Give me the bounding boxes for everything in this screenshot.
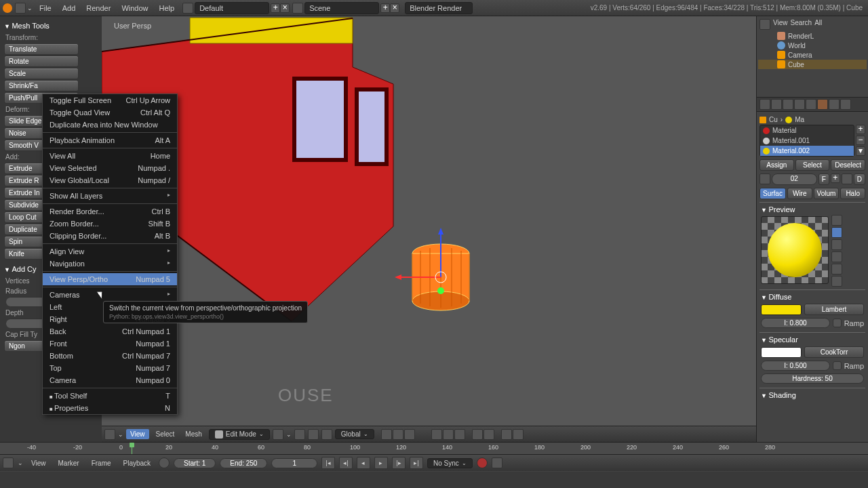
surface-tab[interactable]: Surfac bbox=[760, 188, 786, 199]
sync-dropdown[interactable]: No Sync⌄ bbox=[427, 458, 473, 468]
texture-tab-icon[interactable] bbox=[829, 99, 840, 110]
outliner-view[interactable]: View bbox=[773, 19, 788, 30]
assign-button[interactable]: Assign bbox=[760, 159, 794, 171]
keyframe-next-button[interactable]: |▸ bbox=[392, 457, 406, 469]
menu-properties[interactable]: PropertiesN bbox=[43, 402, 177, 414]
material-specials-icon[interactable]: ▾ bbox=[856, 146, 865, 156]
outliner-row[interactable]: Camera bbox=[758, 50, 867, 60]
keying-set-icon[interactable] bbox=[492, 458, 502, 468]
menu-help[interactable]: Help bbox=[154, 1, 180, 16]
tl-frame[interactable]: Frame bbox=[87, 458, 115, 468]
menu-clip-border[interactable]: Clipping Border...Alt B bbox=[43, 230, 177, 242]
del-scene-button[interactable]: × bbox=[390, 3, 399, 13]
menu-bottom[interactable]: BottomCtrl Numpad 7 bbox=[43, 350, 177, 362]
viewport-shading-icon[interactable] bbox=[273, 429, 283, 440]
header-mesh-menu[interactable]: Mesh bbox=[181, 429, 205, 439]
menu-toggle-fullscreen[interactable]: Toggle Full ScreenCtrl Up Arrow bbox=[43, 94, 177, 106]
timeline-playhead[interactable] bbox=[132, 443, 132, 454]
material-slot[interactable]: Material.002 bbox=[760, 146, 854, 156]
menu-playback-anim[interactable]: Playback AnimationAlt A bbox=[43, 134, 177, 146]
menu-window[interactable]: Window bbox=[116, 1, 153, 16]
header-select-menu[interactable]: Select bbox=[152, 429, 179, 439]
layer-btn[interactable] bbox=[381, 429, 392, 440]
jump-end-button[interactable]: ▸| bbox=[410, 457, 423, 469]
jump-start-button[interactable]: |◂ bbox=[321, 457, 335, 469]
menu-front[interactable]: FrontNumpad 1 bbox=[43, 338, 177, 350]
hardness-field[interactable]: Hardness: 50 bbox=[761, 373, 864, 384]
menu-tool-shelf[interactable]: Tool ShelfT bbox=[43, 390, 177, 402]
menu-file[interactable]: File bbox=[34, 1, 57, 16]
menu-view-persp-ortho[interactable]: View Persp/OrthoNumpad 5 bbox=[43, 273, 177, 285]
menu-back[interactable]: BackCtrl Numpad 1 bbox=[43, 325, 177, 338]
volume-tab[interactable]: Volum bbox=[814, 188, 840, 199]
start-frame-field[interactable]: Start: 1 bbox=[174, 458, 216, 468]
tl-view[interactable]: View bbox=[27, 458, 50, 468]
orientation-dropdown[interactable]: Global⌄ bbox=[335, 429, 374, 439]
mat-users-field[interactable]: 02 bbox=[772, 174, 817, 185]
node-icon[interactable] bbox=[842, 174, 852, 184]
edge-select-icon[interactable] bbox=[443, 429, 454, 440]
outliner-row[interactable]: RenderL bbox=[758, 31, 867, 41]
material-slot[interactable]: Material.001 bbox=[760, 136, 854, 146]
render-icon[interactable] bbox=[501, 429, 512, 440]
data-button[interactable]: D bbox=[854, 174, 865, 185]
diffuse-header[interactable]: Diffuse bbox=[760, 291, 865, 302]
scale-button[interactable]: Scale bbox=[4, 68, 79, 79]
timeline-ruler[interactable]: -40-200204060801001201401601802002202402… bbox=[0, 443, 868, 455]
shading-header[interactable]: Shading bbox=[760, 390, 865, 401]
object-tab-icon[interactable] bbox=[794, 99, 805, 110]
translate-button[interactable]: Translate bbox=[4, 43, 79, 55]
menu-view-all[interactable]: View AllHome bbox=[43, 150, 177, 162]
menu-top[interactable]: TopNumpad 7 bbox=[43, 362, 177, 374]
menu-align-view[interactable]: Align View bbox=[43, 245, 177, 258]
mode-dropdown[interactable]: Edit Mode⌄ bbox=[209, 429, 270, 440]
mat-browse-icon[interactable] bbox=[760, 174, 770, 184]
auto-key-icon[interactable] bbox=[477, 458, 488, 468]
chevron-down-icon[interactable]: ⌄ bbox=[118, 431, 123, 438]
add-layout-button[interactable]: + bbox=[271, 3, 280, 13]
timeline-type-icon[interactable] bbox=[3, 458, 14, 468]
select-button[interactable]: Select bbox=[795, 159, 830, 171]
preview-sky-icon[interactable] bbox=[831, 276, 842, 287]
menu-view-selected[interactable]: View SelectedNumpad . bbox=[43, 162, 177, 174]
keyframe-prev-button[interactable]: ◂| bbox=[339, 457, 353, 469]
specular-header[interactable]: Specular bbox=[760, 334, 865, 345]
modifier-tab-icon[interactable] bbox=[806, 99, 816, 110]
menu-cameras[interactable]: Cameras bbox=[43, 289, 177, 301]
face-select-icon[interactable] bbox=[454, 429, 465, 440]
tl-marker[interactable]: Marker bbox=[54, 458, 83, 468]
play-reverse-button[interactable]: ◂ bbox=[357, 457, 370, 469]
outliner-type-icon[interactable] bbox=[760, 19, 770, 30]
scene-tab-icon[interactable] bbox=[771, 99, 782, 110]
fake-user-button[interactable]: F bbox=[818, 174, 829, 185]
3d-viewport[interactable]: User Persp OUSE bbox=[102, 16, 756, 442]
del-layout-button[interactable]: × bbox=[280, 3, 290, 13]
menu-duplicate-area[interactable]: Duplicate Area into New Window bbox=[43, 119, 177, 131]
outliner-search[interactable]: Search bbox=[791, 19, 812, 30]
snap-type-icon[interactable] bbox=[484, 429, 494, 440]
screen-layout-dropdown[interactable]: Default bbox=[195, 2, 269, 14]
menu-render[interactable]: Render bbox=[81, 1, 116, 16]
snap-icon[interactable] bbox=[472, 429, 483, 440]
material-slot-list[interactable]: Material Material.001 Material.002 bbox=[760, 125, 854, 157]
render-anim-icon[interactable] bbox=[513, 429, 524, 440]
new-mat-button[interactable]: + bbox=[831, 174, 840, 183]
shrink-button[interactable]: Shrink/Fa bbox=[4, 80, 79, 92]
diffuse-ramp-checkbox[interactable] bbox=[833, 319, 842, 327]
header-view-menu[interactable]: View bbox=[126, 429, 149, 439]
add-material-button[interactable]: + bbox=[856, 125, 865, 134]
rotate-button[interactable]: Rotate bbox=[4, 56, 79, 67]
material-tab-icon[interactable] bbox=[817, 99, 828, 110]
remove-material-button[interactable]: − bbox=[856, 136, 865, 145]
preview-header[interactable]: Preview bbox=[760, 204, 865, 215]
scene-dropdown[interactable]: Scene bbox=[304, 2, 379, 14]
outliner-row[interactable]: Cube bbox=[758, 60, 867, 69]
menu-navigation[interactable]: Navigation bbox=[43, 258, 177, 270]
menu-show-layers[interactable]: Show All Layers bbox=[43, 190, 177, 202]
preview-sphere-icon[interactable] bbox=[831, 227, 842, 238]
wire-tab[interactable]: Wire bbox=[787, 188, 812, 199]
menu-camera[interactable]: CameraNumpad 0 bbox=[43, 374, 177, 386]
layer-btn[interactable] bbox=[393, 429, 403, 440]
halo-tab[interactable]: Halo bbox=[840, 188, 865, 199]
current-frame-field[interactable]: 1 bbox=[271, 458, 317, 468]
